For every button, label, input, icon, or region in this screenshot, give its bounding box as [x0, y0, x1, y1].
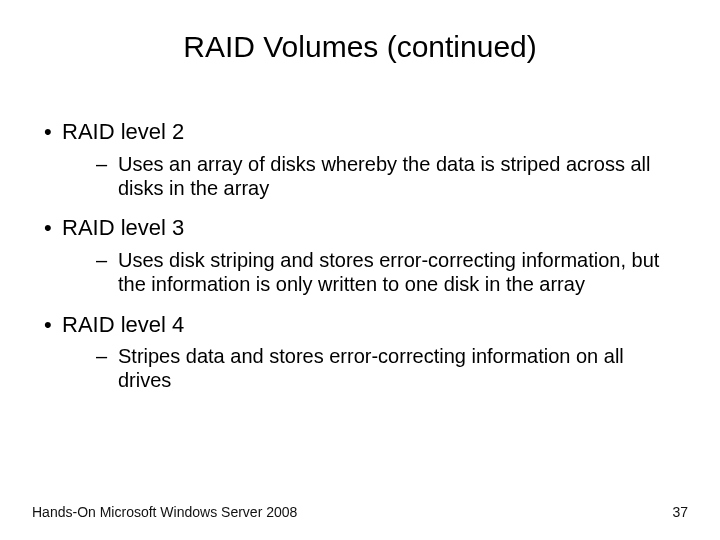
dash-icon: – [96, 248, 118, 297]
subbullet-text: Stripes data and stores error-correcting… [118, 344, 680, 393]
slide-content: •RAID level 2 – Uses an array of disks w… [40, 118, 680, 393]
slide-title: RAID Volumes (continued) [40, 30, 680, 64]
slide: RAID Volumes (continued) •RAID level 2 –… [0, 0, 720, 540]
bullet-icon: • [44, 214, 62, 242]
footer: Hands-On Microsoft Windows Server 2008 3… [32, 504, 688, 520]
subbullet-raid-level-2: – Uses an array of disks whereby the dat… [96, 152, 680, 201]
bullet-raid-level-4: •RAID level 4 [44, 311, 680, 339]
bullet-label: RAID level 4 [62, 312, 184, 337]
page-number: 37 [672, 504, 688, 520]
dash-icon: – [96, 344, 118, 393]
bullet-raid-level-3: •RAID level 3 [44, 214, 680, 242]
footer-source: Hands-On Microsoft Windows Server 2008 [32, 504, 297, 520]
subbullet-text: Uses an array of disks whereby the data … [118, 152, 680, 201]
subbullet-raid-level-3: – Uses disk striping and stores error-co… [96, 248, 680, 297]
dash-icon: – [96, 152, 118, 201]
bullet-icon: • [44, 311, 62, 339]
bullet-raid-level-2: •RAID level 2 [44, 118, 680, 146]
bullet-icon: • [44, 118, 62, 146]
bullet-label: RAID level 3 [62, 215, 184, 240]
subbullet-text: Uses disk striping and stores error-corr… [118, 248, 680, 297]
bullet-label: RAID level 2 [62, 119, 184, 144]
subbullet-raid-level-4: – Stripes data and stores error-correcti… [96, 344, 680, 393]
